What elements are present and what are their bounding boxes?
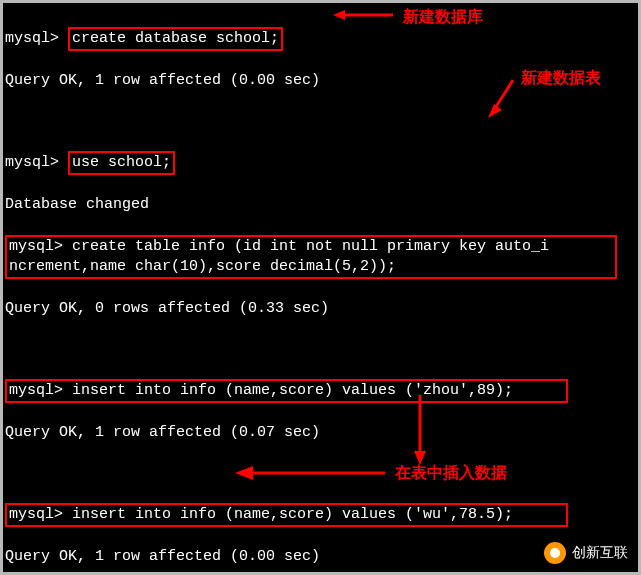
prompt: mysql>	[5, 30, 59, 47]
cmd-create-table-l2: ncrement,name char(10),score decimal(5,2…	[9, 258, 396, 275]
cmd-use-database: use school;	[68, 151, 175, 175]
annotation-create-db: 新建数据库	[403, 7, 483, 28]
output-insert-1: Query OK, 1 row affected (0.07 sec)	[5, 423, 636, 443]
prompt: mysql>	[9, 506, 63, 523]
watermark-text: 创新互联	[572, 544, 628, 562]
output-create-table: Query OK, 0 rows affected (0.33 sec)	[5, 299, 636, 319]
cmd-create-table-l1: mysql> create table info (id int not nul…	[9, 238, 549, 255]
watermark: 创新互联	[544, 542, 628, 564]
cmd-create-database: create database school;	[68, 27, 283, 51]
cmd-insert-1: insert into info (name,score) values ('z…	[72, 382, 513, 399]
cmd-insert-2: insert into info (name,score) values ('w…	[72, 506, 513, 523]
logo-icon	[544, 542, 566, 564]
prompt: mysql>	[5, 154, 59, 171]
prompt: mysql>	[9, 382, 63, 399]
output-use-db: Database changed	[5, 195, 636, 215]
annotation-create-table: 新建数据表	[521, 68, 601, 89]
output-insert-2: Query OK, 1 row affected (0.00 sec)	[5, 547, 636, 567]
annotation-insert-data: 在表中插入数据	[395, 463, 507, 484]
